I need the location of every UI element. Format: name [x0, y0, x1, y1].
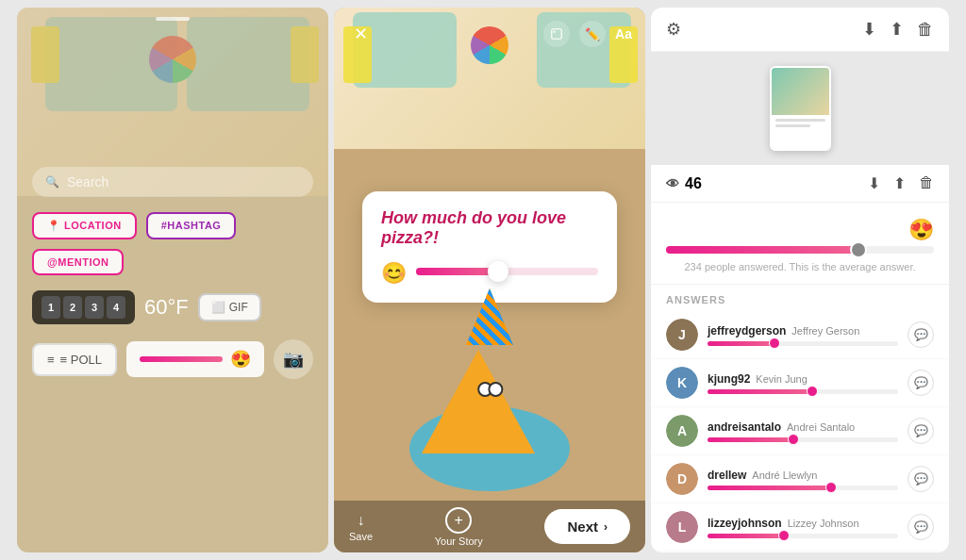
answer-row: E emmatonnerina Emma Tonnerina 💬	[651, 552, 949, 552]
answers-header: ANSWERS	[651, 285, 949, 311]
user-names: kjung92 Kevin Jung	[708, 372, 898, 386]
stats-share-icon[interactable]: ⬆	[893, 174, 906, 192]
settings-icon[interactable]: ⚙	[666, 19, 681, 40]
display-name: Jeffrey Gerson	[791, 325, 859, 337]
user-info: andreisantalo Andrei Santalo	[708, 420, 898, 442]
download-icon[interactable]: ⬇	[862, 19, 876, 40]
mention-sticker[interactable]: @MENTION	[32, 249, 124, 275]
stats-download-icon[interactable]: ⬇	[868, 174, 880, 192]
countdown-sticker[interactable]: 1 2 3 4	[32, 290, 135, 324]
location-sticker[interactable]: 📍 LOCATION	[32, 212, 137, 239]
drag-handle-bar	[156, 17, 190, 21]
reply-button[interactable]: 💬	[908, 418, 934, 444]
slider-sticker[interactable]: 😍	[126, 341, 264, 377]
answer-slider-track	[708, 534, 898, 538]
reply-button[interactable]: 💬	[908, 466, 934, 492]
reply-button[interactable]: 💬	[908, 321, 934, 348]
story-slider-thumb	[488, 261, 508, 282]
username: drellew	[708, 469, 746, 482]
save-button[interactable]: ↓ Save	[349, 512, 373, 542]
sticker-picker-panel: 🔍 Search 📍 LOCATION #HASHTAG @MENTION 1 …	[17, 8, 328, 552]
thumbnail-top	[772, 68, 829, 115]
story-slider-fill	[416, 268, 498, 275]
delete-icon[interactable]: 🗑	[917, 20, 934, 40]
party-hat	[466, 288, 513, 345]
answer-slider-fill	[708, 389, 812, 394]
user-avatar: D	[666, 463, 698, 495]
username: jeffreydgerson	[708, 324, 786, 338]
answers-list: J jeffreydgerson Jeffrey Gerson 💬 K kjun…	[651, 311, 949, 552]
search-bar[interactable]: 🔍 Search	[32, 167, 313, 197]
reply-button[interactable]: 💬	[908, 514, 934, 540]
results-panel: ⚙ ⬇ ⬆ 🗑 👁 46 ⬇	[651, 8, 949, 552]
username: lizzeyjohnson	[708, 517, 782, 530]
digit-2: 2	[63, 296, 82, 319]
answer-slider-thumb	[825, 482, 837, 493]
user-info: kjung92 Kevin Jung	[708, 372, 898, 394]
username: kjung92	[708, 372, 750, 386]
user-avatar: J	[666, 319, 698, 351]
average-text: 234 people answered. This is the average…	[666, 261, 934, 272]
gif-icon: ⬜	[211, 301, 225, 314]
reply-button[interactable]: 💬	[908, 370, 934, 396]
user-info: jeffreydgerson Jeffrey Gerson	[708, 324, 898, 346]
answer-slider-thumb	[778, 530, 790, 541]
answer-row: A andreisantalo Andrei Santalo 💬	[651, 407, 949, 455]
answer-slider-track	[708, 437, 898, 442]
hashtag-sticker[interactable]: #HASHTAG	[146, 212, 237, 239]
answers-section: ANSWERS J jeffreydgerson Jeffrey Gerson …	[651, 285, 949, 552]
answer-row: J jeffreydgerson Jeffrey Gerson 💬	[651, 311, 949, 359]
sticker-icon[interactable]	[543, 21, 570, 47]
result-thumb	[850, 241, 867, 258]
pizza-body	[422, 350, 535, 453]
slider-question-card[interactable]: How much do you love pizza?! 😊	[362, 191, 617, 303]
main-container: 🔍 Search 📍 LOCATION #HASHTAG @MENTION 1 …	[0, 0, 966, 560]
result-fill	[666, 246, 858, 254]
drag-handle[interactable]	[17, 8, 328, 30]
gif-sticker[interactable]: ⬜ GIF	[198, 293, 261, 321]
your-story-button[interactable]: + Your Story	[435, 507, 483, 547]
thumbnail-bottom	[772, 115, 829, 151]
results-header: ⚙ ⬇ ⬆ 🗑	[651, 8, 949, 52]
search-input[interactable]: Search	[67, 174, 108, 189]
action-icons: ⬇ ⬆ 🗑	[868, 174, 934, 192]
stats-delete-icon[interactable]: 🗑	[919, 174, 934, 192]
draw-icon[interactable]: ✏️	[579, 21, 606, 47]
temperature-sticker[interactable]: 60°F	[144, 295, 189, 320]
pizza-character-scene	[395, 293, 584, 491]
question-text: How much do you love pizza?!	[381, 208, 598, 248]
display-name: Kevin Jung	[756, 373, 807, 385]
share-icon[interactable]: ⬆	[890, 19, 904, 40]
story-top-controls: ✕ ✏️ Aa	[347, 21, 632, 47]
camera-button[interactable]: 📷	[274, 339, 313, 379]
next-button[interactable]: Next ›	[544, 509, 630, 544]
sticker-row-3: ≡ ≡ POLL 😍 📷	[17, 332, 328, 387]
close-button[interactable]: ✕	[347, 21, 374, 47]
plus-circle-icon: +	[445, 507, 472, 534]
user-info: lizzeyjohnson Lizzey Johnson	[708, 517, 898, 538]
display-name: Lizzey Johnson	[788, 518, 859, 529]
svg-point-1	[554, 31, 556, 33]
user-names: andreisantalo Andrei Santalo	[708, 420, 898, 434]
user-avatar: K	[666, 367, 698, 399]
answer-slider-track	[708, 341, 898, 346]
answer-slider-fill	[708, 486, 831, 490]
answer-slider-thumb	[769, 338, 780, 349]
story-slider-track[interactable]	[416, 268, 598, 275]
answer-slider-track	[708, 486, 898, 490]
display-name: André Llewlyn	[752, 469, 817, 481]
search-icon: 🔍	[45, 175, 59, 189]
svg-rect-0	[552, 29, 562, 40]
digit-4: 4	[107, 296, 125, 319]
story-preview	[651, 52, 949, 165]
user-names: jeffreydgerson Jeffrey Gerson	[708, 324, 898, 338]
story-thumbnail[interactable]	[770, 66, 831, 151]
answer-slider-track	[708, 389, 898, 394]
result-emoji: 😍	[666, 218, 934, 242]
user-avatar: L	[666, 511, 698, 543]
username: andreisantalo	[708, 420, 781, 434]
sticker-row-2: 1 2 3 4 60°F ⬜ GIF	[17, 283, 328, 332]
slider-emoji: 😊	[381, 261, 407, 286]
poll-sticker[interactable]: ≡ ≡ POLL	[32, 343, 117, 376]
text-tool[interactable]: Aa	[615, 26, 632, 41]
